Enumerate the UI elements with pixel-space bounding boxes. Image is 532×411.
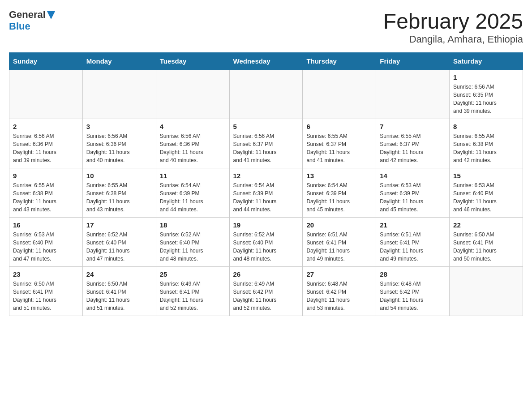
calendar-day-cell: 5Sunrise: 6:56 AM Sunset: 6:37 PM Daylig… — [229, 119, 303, 168]
day-number: 15 — [453, 172, 519, 180]
calendar-day-cell: 23Sunrise: 6:50 AM Sunset: 6:41 PM Dayli… — [9, 267, 83, 316]
day-number: 14 — [380, 172, 446, 180]
calendar-day-cell: 8Sunrise: 6:55 AM Sunset: 6:38 PM Daylig… — [450, 119, 523, 168]
days-of-week-row: SundayMondayTuesdayWednesdayThursdayFrid… — [9, 53, 523, 70]
calendar-day-cell — [9, 70, 83, 119]
page-header: General Blue February 2025 Dangila, Amha… — [9, 9, 523, 45]
calendar-day-cell: 25Sunrise: 6:49 AM Sunset: 6:41 PM Dayli… — [156, 267, 229, 316]
day-number: 9 — [13, 172, 79, 180]
calendar-day-cell: 26Sunrise: 6:49 AM Sunset: 6:42 PM Dayli… — [229, 267, 303, 316]
calendar-body: 1Sunrise: 6:56 AM Sunset: 6:35 PM Daylig… — [9, 70, 523, 316]
day-info: Sunrise: 6:52 AM Sunset: 6:40 PM Dayligh… — [86, 231, 152, 263]
day-of-week-header: Friday — [376, 53, 450, 70]
calendar-day-cell — [156, 70, 229, 119]
day-number: 19 — [233, 221, 299, 229]
day-number: 10 — [86, 172, 152, 180]
day-number: 1 — [453, 73, 519, 81]
calendar-day-cell: 1Sunrise: 6:56 AM Sunset: 6:35 PM Daylig… — [450, 70, 523, 119]
calendar-header: SundayMondayTuesdayWednesdayThursdayFrid… — [9, 53, 523, 70]
day-number: 2 — [13, 123, 79, 130]
title-section: February 2025 Dangila, Amhara, Ethiopia — [383, 9, 523, 45]
day-number: 21 — [380, 221, 446, 229]
day-info: Sunrise: 6:52 AM Sunset: 6:40 PM Dayligh… — [160, 231, 226, 263]
calendar-week-row: 23Sunrise: 6:50 AM Sunset: 6:41 PM Dayli… — [9, 267, 523, 316]
day-number: 3 — [86, 123, 152, 130]
day-number: 27 — [306, 270, 372, 278]
day-of-week-header: Monday — [82, 53, 156, 70]
page-subtitle: Dangila, Amhara, Ethiopia — [383, 34, 523, 45]
calendar-day-cell: 20Sunrise: 6:51 AM Sunset: 6:41 PM Dayli… — [303, 218, 376, 267]
day-info: Sunrise: 6:54 AM Sunset: 6:39 PM Dayligh… — [306, 181, 372, 214]
calendar-week-row: 9Sunrise: 6:55 AM Sunset: 6:38 PM Daylig… — [9, 168, 523, 218]
calendar-day-cell: 27Sunrise: 6:48 AM Sunset: 6:42 PM Dayli… — [303, 267, 376, 316]
day-info: Sunrise: 6:50 AM Sunset: 6:41 PM Dayligh… — [86, 280, 152, 312]
calendar-day-cell: 28Sunrise: 6:48 AM Sunset: 6:42 PM Dayli… — [376, 267, 450, 316]
day-info: Sunrise: 6:54 AM Sunset: 6:39 PM Dayligh… — [160, 181, 226, 214]
day-number: 16 — [13, 221, 79, 229]
calendar-day-cell: 10Sunrise: 6:55 AM Sunset: 6:38 PM Dayli… — [82, 168, 156, 218]
calendar-day-cell: 17Sunrise: 6:52 AM Sunset: 6:40 PM Dayli… — [82, 218, 156, 267]
calendar-day-cell: 12Sunrise: 6:54 AM Sunset: 6:39 PM Dayli… — [229, 168, 303, 218]
calendar-table: SundayMondayTuesdayWednesdayThursdayFrid… — [9, 52, 523, 316]
day-info: Sunrise: 6:53 AM Sunset: 6:40 PM Dayligh… — [13, 231, 79, 263]
day-of-week-header: Wednesday — [229, 53, 303, 70]
day-number: 7 — [380, 123, 446, 130]
logo: General Blue — [9, 9, 56, 32]
calendar-day-cell — [303, 70, 376, 119]
calendar-day-cell: 24Sunrise: 6:50 AM Sunset: 6:41 PM Dayli… — [82, 267, 156, 316]
day-number: 25 — [160, 270, 226, 278]
day-number: 8 — [453, 123, 519, 130]
day-info: Sunrise: 6:54 AM Sunset: 6:39 PM Dayligh… — [233, 181, 299, 214]
day-info: Sunrise: 6:51 AM Sunset: 6:41 PM Dayligh… — [380, 231, 446, 263]
calendar-day-cell — [450, 267, 523, 316]
day-info: Sunrise: 6:55 AM Sunset: 6:38 PM Dayligh… — [13, 181, 79, 214]
day-number: 11 — [160, 172, 226, 180]
day-info: Sunrise: 6:56 AM Sunset: 6:36 PM Dayligh… — [13, 132, 79, 164]
calendar-day-cell: 13Sunrise: 6:54 AM Sunset: 6:39 PM Dayli… — [303, 168, 376, 218]
calendar-day-cell: 7Sunrise: 6:55 AM Sunset: 6:37 PM Daylig… — [376, 119, 450, 168]
svg-marker-0 — [47, 11, 55, 19]
calendar-day-cell — [229, 70, 303, 119]
day-info: Sunrise: 6:53 AM Sunset: 6:39 PM Dayligh… — [380, 181, 446, 214]
day-number: 13 — [306, 172, 372, 180]
day-info: Sunrise: 6:55 AM Sunset: 6:37 PM Dayligh… — [306, 132, 372, 164]
calendar-week-row: 16Sunrise: 6:53 AM Sunset: 6:40 PM Dayli… — [9, 218, 523, 267]
calendar-day-cell: 11Sunrise: 6:54 AM Sunset: 6:39 PM Dayli… — [156, 168, 229, 218]
day-number: 17 — [86, 221, 152, 229]
logo-blue-text: Blue — [9, 21, 30, 32]
day-number: 20 — [306, 221, 372, 229]
calendar-day-cell: 15Sunrise: 6:53 AM Sunset: 6:40 PM Dayli… — [450, 168, 523, 218]
day-info: Sunrise: 6:50 AM Sunset: 6:41 PM Dayligh… — [13, 280, 79, 312]
day-number: 18 — [160, 221, 226, 229]
day-number: 26 — [233, 270, 299, 278]
calendar-day-cell: 6Sunrise: 6:55 AM Sunset: 6:37 PM Daylig… — [303, 119, 376, 168]
day-info: Sunrise: 6:48 AM Sunset: 6:42 PM Dayligh… — [306, 280, 372, 312]
day-number: 12 — [233, 172, 299, 180]
calendar-day-cell: 9Sunrise: 6:55 AM Sunset: 6:38 PM Daylig… — [9, 168, 83, 218]
day-of-week-header: Sunday — [9, 53, 83, 70]
logo-arrow-icon — [46, 10, 56, 20]
day-info: Sunrise: 6:55 AM Sunset: 6:38 PM Dayligh… — [453, 132, 519, 164]
calendar-day-cell: 18Sunrise: 6:52 AM Sunset: 6:40 PM Dayli… — [156, 218, 229, 267]
calendar-day-cell: 21Sunrise: 6:51 AM Sunset: 6:41 PM Dayli… — [376, 218, 450, 267]
day-info: Sunrise: 6:56 AM Sunset: 6:36 PM Dayligh… — [86, 132, 152, 164]
calendar-week-row: 1Sunrise: 6:56 AM Sunset: 6:35 PM Daylig… — [9, 70, 523, 119]
calendar-day-cell: 19Sunrise: 6:52 AM Sunset: 6:40 PM Dayli… — [229, 218, 303, 267]
day-of-week-header: Thursday — [303, 53, 376, 70]
day-info: Sunrise: 6:56 AM Sunset: 6:36 PM Dayligh… — [160, 132, 226, 164]
calendar-day-cell: 3Sunrise: 6:56 AM Sunset: 6:36 PM Daylig… — [82, 119, 156, 168]
day-number: 23 — [13, 270, 79, 278]
calendar-day-cell: 4Sunrise: 6:56 AM Sunset: 6:36 PM Daylig… — [156, 119, 229, 168]
day-info: Sunrise: 6:55 AM Sunset: 6:37 PM Dayligh… — [380, 132, 446, 164]
day-number: 5 — [233, 123, 299, 130]
day-number: 4 — [160, 123, 226, 130]
day-number: 22 — [453, 221, 519, 229]
calendar-day-cell: 14Sunrise: 6:53 AM Sunset: 6:39 PM Dayli… — [376, 168, 450, 218]
day-info: Sunrise: 6:56 AM Sunset: 6:37 PM Dayligh… — [233, 132, 299, 164]
calendar-day-cell: 2Sunrise: 6:56 AM Sunset: 6:36 PM Daylig… — [9, 119, 83, 168]
day-number: 28 — [380, 270, 446, 278]
page-title: February 2025 — [383, 9, 523, 34]
day-of-week-header: Tuesday — [156, 53, 229, 70]
day-number: 6 — [306, 123, 372, 130]
day-number: 24 — [86, 270, 152, 278]
